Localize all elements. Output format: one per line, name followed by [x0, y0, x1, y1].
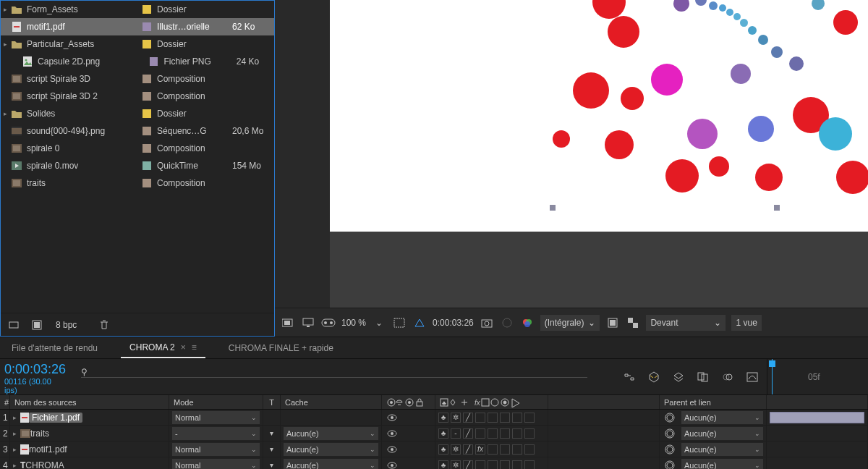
shy-switch[interactable]: ♣ [438, 460, 448, 470]
layer-name[interactable]: CHROMA [25, 460, 64, 470]
adjustment-switch[interactable] [512, 413, 522, 423]
parent-select[interactable]: Aucun(e)⌄ [681, 427, 763, 440]
bpc-label[interactable]: 8 bpc [56, 320, 77, 330]
pickwhip-icon[interactable] [663, 458, 677, 470]
transform-handle[interactable] [550, 205, 556, 211]
expand-arrow[interactable]: ▸ [4, 110, 11, 117]
canvas-shape[interactable] [695, 0, 707, 6]
label-swatch[interactable] [142, 179, 151, 187]
close-icon[interactable]: × [181, 342, 186, 352]
3d-switch[interactable] [524, 413, 535, 423]
timeline-tab[interactable]: CHROMA FINALE + rapide [220, 337, 342, 358]
label-swatch[interactable] [142, 144, 151, 153]
canvas-shape[interactable] [771, 46, 783, 58]
canvas-shape[interactable] [726, 9, 733, 16]
trackmatte-select[interactable]: Aucun(e)⌄ [284, 443, 378, 456]
canvas-shape[interactable] [755, 164, 783, 191]
motion-blur-switch[interactable] [500, 413, 510, 423]
col-mode[interactable]: Mode [169, 395, 263, 409]
expand-arrow[interactable]: ▸ [13, 430, 20, 437]
label-swatch[interactable] [142, 5, 151, 14]
eye-icon[interactable] [385, 458, 399, 470]
label-swatch[interactable] [142, 40, 151, 48]
tab-menu-icon[interactable]: ≡ [192, 342, 197, 352]
canvas-shape[interactable] [836, 161, 868, 194]
views-select[interactable]: 1 vue [731, 315, 761, 331]
expand-arrow[interactable]: ▸ [4, 41, 11, 48]
timeline-layer-row[interactable]: 4▸TCHROMANormal⌄▾Aucun(e)⌄♣✲╱Aucun(e)⌄ [0, 457, 868, 469]
trackmatte-t[interactable]: ▾ [263, 441, 281, 457]
pickwhip-icon[interactable] [663, 426, 677, 441]
label-swatch[interactable] [142, 109, 151, 118]
quality-switch[interactable]: ╱ [463, 460, 473, 470]
canvas-shape[interactable] [719, 4, 726, 12]
eye-icon[interactable] [385, 410, 399, 425]
col-idx[interactable]: # [0, 395, 10, 409]
fx-switch[interactable]: fx [475, 444, 485, 455]
canvas-shape[interactable] [789, 56, 804, 71]
canvas-shape[interactable] [731, 64, 751, 84]
collapse-switch[interactable]: ✲ [451, 460, 461, 470]
composition-canvas[interactable] [330, 0, 868, 232]
current-timecode[interactable]: 0:00:03:26 [4, 362, 62, 377]
frame-blend-switch[interactable] [488, 428, 498, 439]
view3d-select[interactable]: Devant ⌄ [646, 315, 726, 331]
project-row[interactable]: traitsComposition [1, 174, 274, 192]
canvas-shape[interactable] [833, 10, 858, 35]
graph-editor-icon[interactable] [745, 370, 760, 384]
canvas-area[interactable] [330, 0, 868, 308]
magnify-icon[interactable] [281, 316, 295, 330]
zoom-label[interactable]: 100 % [341, 318, 366, 328]
col-cache[interactable]: Cache [281, 395, 382, 409]
blend-mode-select[interactable]: -⌄ [172, 427, 260, 440]
channel-icon[interactable] [500, 316, 514, 330]
project-row[interactable]: spirale 0Composition [1, 140, 274, 157]
timeline-tab[interactable]: File d'attente de rendu [3, 337, 106, 358]
project-row[interactable]: ▸SolidesDossier [1, 105, 274, 122]
comp-mini-flow-icon[interactable] [622, 370, 637, 384]
collapse-switch[interactable]: ✲ [451, 444, 461, 455]
canvas-shape[interactable] [553, 130, 570, 148]
trackmatte-t[interactable] [263, 410, 281, 425]
adjustment-switch[interactable] [512, 428, 522, 439]
canvas-shape[interactable] [758, 35, 768, 45]
resolution-select[interactable]: (Intégrale) ⌄ [540, 315, 600, 331]
project-row[interactable]: Capsule 2D.pngFichier PNG24 Ko [1, 53, 274, 70]
canvas-shape[interactable] [665, 159, 699, 193]
canvas-shape[interactable] [748, 116, 774, 142]
fx-switch[interactable] [475, 460, 485, 470]
canvas-shape[interactable] [651, 64, 683, 96]
timeline-layer-row[interactable]: 2▸traits-⌄▾Aucun(e)⌄♣-╱Aucun(e)⌄ [0, 426, 868, 441]
canvas-shape[interactable] [621, 87, 644, 110]
canvas-shape[interactable] [733, 13, 741, 20]
expand-arrow[interactable]: ▸ [13, 462, 20, 469]
collapse-switch[interactable]: - [451, 428, 461, 439]
fx-switch[interactable] [475, 428, 485, 439]
monitor-icon[interactable] [301, 316, 315, 330]
timecode-area[interactable]: 0:00:03:26 00116 (30.00 ips) [0, 359, 67, 394]
trackmatte-select[interactable]: Aucun(e)⌄ [284, 427, 378, 440]
motion-blur-switch[interactable] [500, 428, 510, 439]
frame-blend-switch[interactable] [488, 444, 498, 455]
eye-icon[interactable] [385, 426, 399, 441]
3d-switch[interactable] [524, 444, 535, 455]
vr-icon[interactable] [321, 316, 336, 330]
label-swatch[interactable] [150, 57, 158, 66]
shy-switch[interactable]: ♣ [438, 428, 448, 439]
motion-blur-icon[interactable] [720, 370, 735, 384]
layer-name[interactable]: motif1.pdf [29, 444, 67, 455]
quality-switch[interactable]: ╱ [463, 444, 473, 455]
blend-mode-select[interactable]: Normal⌄ [172, 443, 260, 456]
shy-switch[interactable]: ♣ [438, 413, 448, 423]
motion-blur-switch[interactable] [500, 444, 510, 455]
color-mgmt-icon[interactable] [520, 316, 535, 330]
col-t[interactable]: T [263, 395, 281, 409]
trackmatte-select[interactable]: Aucun(e)⌄ [284, 459, 378, 470]
collapse-switch[interactable]: ✲ [451, 413, 461, 423]
interpret-footage-icon[interactable] [7, 318, 21, 332]
project-row[interactable]: script Spirale 3DComposition [1, 70, 274, 88]
blend-mode-select[interactable]: Normal⌄ [172, 411, 260, 424]
motion-blur-switch[interactable] [500, 460, 510, 470]
project-row[interactable]: spirale 0.movQuickTime154 Mo [1, 157, 274, 174]
mask-icon[interactable] [412, 316, 427, 330]
